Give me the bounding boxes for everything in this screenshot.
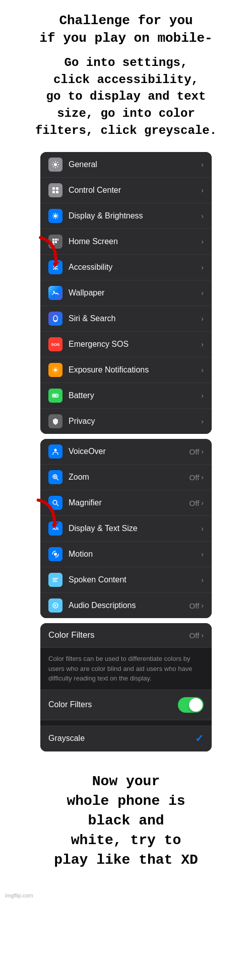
general-label: General bbox=[69, 160, 201, 169]
settings-item-display-text-size[interactable]: AA Display & Text Size › bbox=[40, 516, 212, 542]
red-arrow-2 bbox=[31, 497, 63, 532]
general-chevron: › bbox=[201, 161, 204, 169]
accessibility-label: Accessibility bbox=[69, 263, 201, 272]
wallpaper-label: Wallpaper bbox=[69, 288, 201, 297]
color-filters-toggle[interactable] bbox=[178, 697, 204, 713]
color-filters-off-value: Off bbox=[190, 631, 200, 640]
inst-line6: size, go into color bbox=[57, 107, 195, 120]
color-filters-panel: Color Filters Off › Color filters can be… bbox=[40, 623, 212, 751]
settings-item-emergency-sos[interactable]: SOS Emergency SOS › bbox=[40, 332, 212, 357]
bottom-line2: whole phone is bbox=[67, 793, 185, 809]
emergency-sos-label: Emergency SOS bbox=[69, 340, 201, 349]
color-filters-toggle-label: Color Filters bbox=[48, 700, 92, 709]
bottom-line4: white, try to bbox=[71, 833, 181, 848]
general-icon bbox=[48, 158, 62, 172]
settings-item-home-screen[interactable]: Home Screen › bbox=[40, 229, 212, 255]
color-filters-wrapper: Color Filters Off › Color filters can be… bbox=[30, 623, 222, 751]
motion-icon bbox=[48, 547, 62, 561]
settings-item-siri-search[interactable]: Siri & Search › bbox=[40, 306, 212, 332]
main-settings-screenshot: General › Control Center › bbox=[40, 152, 212, 434]
settings-item-display-brightness[interactable]: Display & Brightness › bbox=[40, 203, 212, 229]
exposure-chevron: › bbox=[201, 366, 204, 374]
voiceover-label: VoiceOver bbox=[69, 447, 190, 456]
inst-line3: Go into settings, bbox=[65, 56, 188, 69]
spoken-content-label: Spoken Content bbox=[69, 575, 201, 584]
settings-item-general[interactable]: General › bbox=[40, 152, 212, 178]
motion-label: Motion bbox=[69, 550, 201, 559]
color-filters-toggle-row[interactable]: Color Filters bbox=[40, 690, 212, 720]
toggle-knob bbox=[189, 698, 203, 712]
spacer bbox=[40, 720, 212, 725]
color-filters-title: Color Filters bbox=[48, 630, 95, 640]
battery-icon bbox=[48, 389, 62, 403]
home-screen-label: Home Screen bbox=[69, 237, 201, 246]
battery-label: Battery bbox=[69, 391, 201, 400]
siri-label: Siri & Search bbox=[69, 314, 201, 323]
settings-item-zoom[interactable]: Zoom Off › bbox=[40, 465, 212, 490]
motion-chevron: › bbox=[201, 550, 204, 558]
display-text-size-chevron: › bbox=[201, 524, 204, 533]
settings-item-motion[interactable]: Motion › bbox=[40, 542, 212, 567]
home-screen-chevron: › bbox=[201, 238, 204, 246]
privacy-label: Privacy bbox=[69, 417, 201, 426]
color-filters-desc-text: Color filters can be used to differentia… bbox=[48, 655, 192, 682]
svg-rect-19 bbox=[53, 395, 57, 397]
svg-point-16 bbox=[54, 368, 57, 371]
settings-item-voiceover[interactable]: VoiceOver Off › bbox=[40, 439, 212, 465]
svg-rect-5 bbox=[56, 191, 58, 193]
svg-point-14 bbox=[53, 291, 55, 292]
svg-point-1 bbox=[54, 163, 57, 166]
bottom-message: Now your whole phone is black and white,… bbox=[25, 772, 227, 870]
svg-point-6 bbox=[54, 214, 57, 217]
wallpaper-icon bbox=[48, 286, 62, 300]
audio-descriptions-icon bbox=[48, 598, 62, 613]
settings-item-control-center[interactable]: Control Center › bbox=[40, 178, 212, 203]
magnifier-label: Magnifier bbox=[69, 498, 190, 507]
settings-item-magnifier[interactable]: Magnifier Off › bbox=[40, 490, 212, 516]
control-center-label: Control Center bbox=[69, 186, 201, 195]
first-screenshot-wrapper: General › Control Center › bbox=[30, 152, 222, 434]
challenge-line2: if you play on mobile- bbox=[39, 31, 212, 46]
watermark-text: imgflip.com bbox=[5, 892, 33, 898]
grayscale-row[interactable]: Grayscale ✓ bbox=[40, 725, 212, 751]
privacy-icon bbox=[48, 414, 62, 428]
top-text-area: Challenge for you if you play on mobile-… bbox=[0, 0, 252, 147]
emergency-sos-icon: SOS bbox=[48, 337, 62, 351]
voiceover-chevron: › bbox=[201, 447, 204, 456]
magnifier-chevron: › bbox=[201, 499, 204, 507]
svg-point-24 bbox=[54, 553, 57, 556]
color-filters-description: Color filters can be used to differentia… bbox=[40, 648, 212, 690]
spoken-content-icon bbox=[48, 573, 62, 587]
siri-chevron: › bbox=[201, 315, 204, 323]
settings-item-spoken-content[interactable]: Spoken Content › bbox=[40, 567, 212, 593]
settings-item-exposure[interactable]: Exposure Notifications › bbox=[40, 357, 212, 383]
inst-line7: filters, click greyscale. bbox=[35, 124, 217, 137]
display-brightness-chevron: › bbox=[201, 212, 204, 220]
color-filters-header: Color Filters Off › bbox=[40, 623, 212, 648]
audio-descriptions-label: Audio Descriptions bbox=[69, 601, 190, 610]
exposure-label: Exposure Notifications bbox=[69, 365, 201, 374]
inst-line5: go to display and text bbox=[46, 90, 206, 103]
display-text-size-label: Display & Text Size bbox=[69, 524, 201, 533]
control-center-icon bbox=[48, 183, 62, 197]
settings-item-wallpaper[interactable]: Wallpaper › bbox=[40, 280, 212, 306]
svg-point-21 bbox=[54, 449, 57, 451]
exposure-icon bbox=[48, 363, 62, 377]
challenge-heading: Challenge for you if you play on mobile- bbox=[20, 12, 232, 47]
grayscale-label: Grayscale bbox=[48, 734, 85, 743]
zoom-icon bbox=[48, 470, 62, 484]
zoom-value: Off bbox=[190, 473, 200, 482]
color-filters-header-chevron: › bbox=[201, 631, 204, 639]
settings-item-privacy[interactable]: Privacy › bbox=[40, 409, 212, 434]
settings-item-battery[interactable]: Battery › bbox=[40, 383, 212, 409]
accessibility-settings-screenshot: VoiceOver Off › Zoom Off › bbox=[40, 439, 212, 618]
instruction-text: Go into settings, click accessibility, g… bbox=[20, 54, 232, 139]
magnifier-value: Off bbox=[190, 499, 200, 507]
zoom-label: Zoom bbox=[69, 473, 190, 482]
privacy-chevron: › bbox=[201, 417, 204, 425]
emergency-sos-chevron: › bbox=[201, 340, 204, 348]
settings-item-accessibility[interactable]: Accessibility › bbox=[40, 255, 212, 280]
settings-item-audio-descriptions[interactable]: Audio Descriptions Off › bbox=[40, 593, 212, 618]
bottom-line3: black and bbox=[88, 813, 164, 828]
display-brightness-icon bbox=[48, 209, 62, 223]
